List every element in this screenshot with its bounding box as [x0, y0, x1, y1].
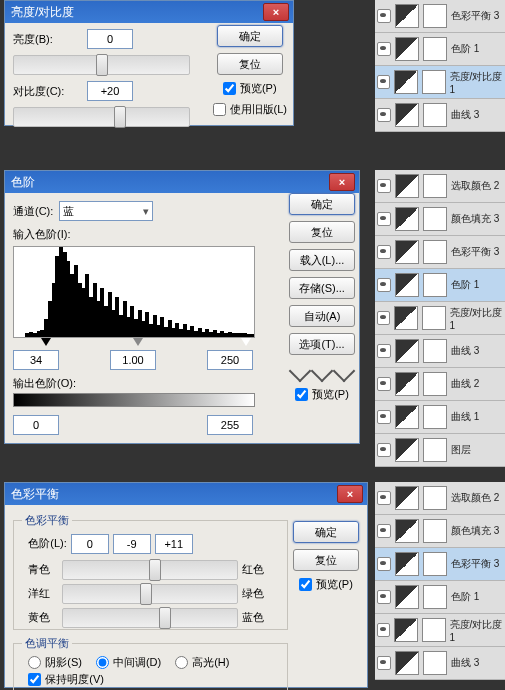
save-button[interactable]: 存储(S)... [289, 277, 355, 299]
visibility-icon[interactable] [377, 623, 390, 637]
visibility-icon[interactable] [377, 443, 391, 457]
magenta-green-slider[interactable] [62, 584, 238, 604]
preview-checkbox[interactable]: 预览(P) [223, 81, 277, 96]
eyedropper-black-icon[interactable] [289, 360, 312, 383]
layer-row[interactable]: 曲线 2 [375, 368, 505, 401]
ok-button[interactable]: 确定 [289, 193, 355, 215]
load-button[interactable]: 载入(L)... [289, 249, 355, 271]
layer-row[interactable]: 曲线 1 [375, 401, 505, 434]
output-white[interactable]: 255 [207, 415, 253, 435]
brightness-label: 亮度(B): [13, 32, 79, 47]
visibility-icon[interactable] [377, 590, 391, 604]
layer-row[interactable]: 色阶 1 [375, 269, 505, 302]
shadows-radio[interactable]: 阴影(S) [28, 655, 82, 670]
level-3[interactable]: +11 [155, 534, 193, 554]
white-point-slider[interactable] [241, 338, 251, 346]
layer-row[interactable]: 色彩平衡 3 [375, 236, 505, 269]
layer-thumb [394, 70, 418, 94]
output-gradient[interactable] [13, 393, 255, 407]
legacy-checkbox[interactable]: 使用旧版(L) [213, 102, 287, 117]
layer-thumb [395, 585, 419, 609]
layer-row[interactable]: 色彩平衡 3 [375, 548, 505, 581]
eyedropper-white-icon[interactable] [333, 360, 356, 383]
mask-thumb [423, 585, 447, 609]
layer-thumb [394, 306, 418, 330]
level-1[interactable]: 0 [71, 534, 109, 554]
visibility-icon[interactable] [377, 557, 391, 571]
mask-thumb [422, 306, 446, 330]
brightness-value[interactable]: 0 [87, 29, 133, 49]
preserve-lum-checkbox[interactable]: 保持明度(V) [22, 670, 278, 689]
mask-thumb [423, 486, 447, 510]
layer-row[interactable]: 颜色填充 3 [375, 203, 505, 236]
layer-label: 曲线 3 [451, 656, 479, 670]
layer-row[interactable]: 色阶 1 [375, 581, 505, 614]
midtones-radio[interactable]: 中间调(D) [96, 655, 161, 670]
visibility-icon[interactable] [377, 344, 391, 358]
black-point-slider[interactable] [41, 338, 51, 346]
ok-button[interactable]: 确定 [293, 521, 359, 543]
gamma-slider[interactable] [133, 338, 143, 346]
visibility-icon[interactable] [377, 410, 391, 424]
layer-row[interactable]: 色阶 1 [375, 33, 505, 66]
close-icon[interactable]: × [337, 485, 363, 503]
layer-row[interactable]: 选取颜色 2 [375, 170, 505, 203]
reset-button[interactable]: 复位 [289, 221, 355, 243]
layer-row[interactable]: 亮度/对比度 1 [375, 302, 505, 335]
visibility-icon[interactable] [377, 524, 391, 538]
levels-dialog: 色阶 × 通道(C): 蓝▾ 输入色阶(I): 34 1.00 250 输出色阶… [4, 170, 360, 444]
color-balance-dialog: 色彩平衡 × 色彩平衡 色阶(L): 0 -9 +11 青色 红色 洋红 绿色 … [4, 482, 368, 688]
close-icon[interactable]: × [263, 3, 289, 21]
visibility-icon[interactable] [377, 75, 390, 89]
auto-button[interactable]: 自动(A) [289, 305, 355, 327]
layer-row[interactable]: 亮度/对比度 1 [375, 614, 505, 647]
highlights-radio[interactable]: 高光(H) [175, 655, 229, 670]
cyan-red-slider[interactable] [62, 560, 238, 580]
brightness-slider[interactable] [13, 55, 190, 75]
layer-label: 曲线 2 [451, 377, 479, 391]
visibility-icon[interactable] [377, 9, 391, 23]
layer-label: 色彩平衡 3 [451, 245, 499, 259]
visibility-icon[interactable] [377, 108, 391, 122]
layers-panel: 色彩平衡 3色阶 1亮度/对比度 1曲线 3 [375, 0, 505, 132]
visibility-icon[interactable] [377, 42, 391, 56]
layer-row[interactable]: 曲线 3 [375, 647, 505, 680]
close-icon[interactable]: × [329, 173, 355, 191]
input-black[interactable]: 34 [13, 350, 59, 370]
visibility-icon[interactable] [377, 377, 391, 391]
visibility-icon[interactable] [377, 491, 391, 505]
reset-button[interactable]: 复位 [293, 549, 359, 571]
layer-row[interactable]: 色彩平衡 3 [375, 0, 505, 33]
layer-row[interactable]: 曲线 3 [375, 335, 505, 368]
visibility-icon[interactable] [377, 278, 391, 292]
reset-button[interactable]: 复位 [217, 53, 283, 75]
title-bar: 色彩平衡 × [5, 483, 367, 505]
visibility-icon[interactable] [377, 179, 391, 193]
visibility-icon[interactable] [377, 656, 391, 670]
input-gamma[interactable]: 1.00 [110, 350, 156, 370]
visibility-icon[interactable] [377, 245, 391, 259]
contrast-slider[interactable] [13, 107, 190, 127]
layer-row[interactable]: 颜色填充 3 [375, 515, 505, 548]
eyedropper-gray-icon[interactable] [311, 360, 334, 383]
layer-thumb [395, 240, 419, 264]
options-button[interactable]: 选项(T)... [289, 333, 355, 355]
yellow-blue-slider[interactable] [62, 608, 238, 628]
layer-row[interactable]: 选取颜色 2 [375, 482, 505, 515]
mask-thumb [423, 651, 447, 675]
contrast-value[interactable]: +20 [87, 81, 133, 101]
preview-checkbox[interactable]: 预览(P) [295, 387, 349, 402]
level-2[interactable]: -9 [113, 534, 151, 554]
layer-row[interactable]: 图层 [375, 434, 505, 467]
layer-row[interactable]: 亮度/对比度 1 [375, 66, 505, 99]
input-white[interactable]: 250 [207, 350, 253, 370]
mask-thumb [423, 438, 447, 462]
channel-select[interactable]: 蓝▾ [59, 201, 153, 221]
layer-thumb [395, 438, 419, 462]
preview-checkbox[interactable]: 预览(P) [299, 577, 353, 592]
layer-row[interactable]: 曲线 3 [375, 99, 505, 132]
visibility-icon[interactable] [377, 212, 391, 226]
visibility-icon[interactable] [377, 311, 390, 325]
output-black[interactable]: 0 [13, 415, 59, 435]
ok-button[interactable]: 确定 [217, 25, 283, 47]
